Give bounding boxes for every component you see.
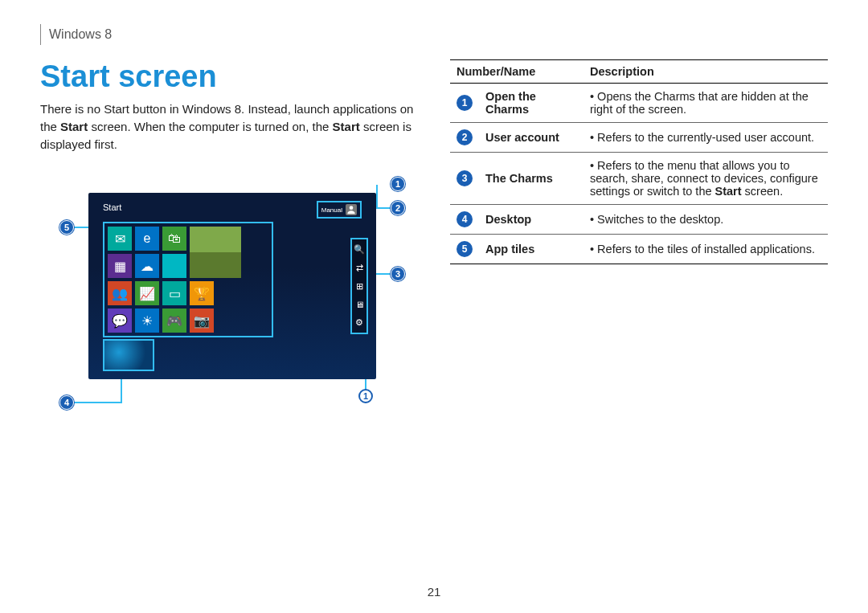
start-screen-figure: Start Manual ✉ e 🛍 ▦ ☁	[40, 177, 418, 434]
row-num-badge: 3	[457, 170, 473, 186]
games-tile: 🎮	[162, 309, 186, 333]
left-column: Start screen There is no Start button in…	[40, 59, 418, 434]
store-tile: 🛍	[162, 227, 186, 251]
row-num-badge: 1	[457, 95, 473, 111]
table-row: 1 Open the Charms Opens the Charms that …	[450, 84, 828, 123]
charms-bar: 🔍 ⇄ ⊞ 🖥 ⚙	[350, 238, 368, 334]
photo-tile	[190, 227, 241, 278]
col-header-numname: Number/Name	[450, 60, 583, 84]
user-avatar-icon	[346, 204, 357, 215]
callout-1-open: 1	[358, 389, 373, 403]
windows8-start-screenshot: Start Manual ✉ e 🛍 ▦ ☁	[88, 193, 376, 379]
right-column: Number/Name Description 1 Open the Charm…	[450, 59, 828, 434]
callout-1: 1	[391, 177, 405, 191]
row-name: Open the Charms	[479, 84, 583, 123]
row-name: User account	[479, 123, 583, 153]
skydrive-tile: ☁	[135, 254, 159, 278]
table-row: 4 Desktop Switches to the desktop.	[450, 205, 828, 235]
search-charm-icon: 🔍	[354, 244, 365, 255]
definitions-table: Number/Name Description 1 Open the Charm…	[450, 59, 828, 264]
mail-tile: ✉	[108, 227, 132, 251]
leader-line	[376, 185, 378, 207]
section-header: Windows 8	[40, 24, 828, 45]
intro-paragraph: There is no Start button in Windows 8. I…	[40, 100, 418, 153]
leader-line	[376, 273, 391, 275]
video-tile: ▭	[162, 281, 186, 305]
svg-point-0	[350, 206, 354, 210]
page-number: 21	[0, 585, 868, 599]
row-num-badge: 4	[457, 211, 473, 227]
leader-line	[74, 402, 122, 403]
table-row: 3 The Charms Refers to the menu that all…	[450, 153, 828, 205]
settings-charm-icon: ⚙	[355, 317, 363, 328]
page-title: Start screen	[40, 59, 418, 94]
row-desc: Refers to the menu that allows you to se…	[590, 159, 821, 198]
chat-tile: 💬	[108, 309, 132, 333]
row-num-badge: 2	[457, 129, 473, 145]
leader-line	[376, 207, 391, 209]
table-row: 2 User account Refers to the currently-u…	[450, 123, 828, 153]
user-name: Manual	[321, 206, 342, 214]
people-tile: 👥	[108, 281, 132, 305]
row-desc: Switches to the desktop.	[590, 213, 821, 226]
section-label: Windows 8	[49, 27, 112, 42]
devices-charm-icon: 🖥	[355, 300, 364, 309]
user-account-area: Manual	[317, 201, 362, 219]
row-desc: Refers to the currently-used user accoun…	[590, 131, 821, 144]
leader-line	[121, 379, 122, 402]
row-desc: Refers to the tiles of installed applica…	[590, 243, 821, 255]
row-num-badge: 5	[457, 241, 473, 257]
camera-tile: 📷	[190, 309, 214, 333]
share-charm-icon: ⇄	[356, 263, 363, 273]
callout-3: 3	[391, 267, 405, 281]
music-tile	[162, 254, 186, 278]
calendar-tile: ▦	[108, 254, 132, 278]
leader-line	[74, 227, 88, 228]
callout-5: 5	[59, 220, 74, 235]
table-row: 5 App tiles Refers to the tiles of insta…	[450, 235, 828, 264]
start-charm-icon: ⊞	[356, 281, 363, 292]
row-name: App tiles	[479, 235, 583, 264]
row-name: Desktop	[479, 205, 583, 235]
row-name: The Charms	[479, 153, 583, 205]
finance-tile: 📈	[135, 281, 159, 305]
callout-2: 2	[391, 201, 405, 215]
start-label: Start	[103, 202, 121, 212]
row-desc: Opens the Charms that are hidden at the …	[590, 90, 821, 116]
app-tiles-area: ✉ e 🛍 ▦ ☁ 👥 📈 ▭ 🏆 💬 ☀	[103, 222, 273, 337]
col-header-desc: Description	[583, 60, 828, 84]
ie-tile: e	[135, 227, 159, 251]
weather-tile: ☀	[135, 309, 159, 333]
trophy-tile: 🏆	[190, 281, 214, 305]
callout-4: 4	[59, 395, 74, 410]
desktop-tile	[103, 339, 154, 371]
